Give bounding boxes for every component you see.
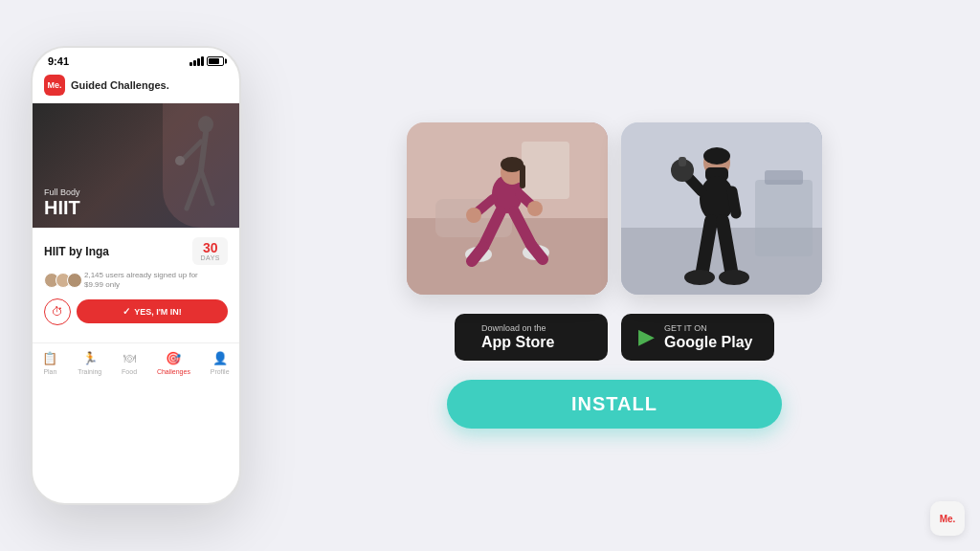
nav-training[interactable]: 🏃 Training <box>78 351 101 375</box>
phone-header: Me. Guided Challenges. <box>33 71 239 103</box>
card-title-row: HIIT by Inga 30 DAYS <box>44 237 228 265</box>
phone-nav: 📋 Plan 🏃 Training 🍽 Food 🎯 Challenges 👤 … <box>33 342 239 379</box>
fitness-photo-squat <box>407 122 608 295</box>
install-label: INSTALL <box>571 393 657 414</box>
right-section: Download on the App Store ▶ GET IT ON Go… <box>279 122 949 430</box>
days-number: 30 <box>203 241 218 254</box>
card-actions: ⏱ YES, I'M IN! <box>44 298 228 325</box>
days-badge: 30 DAYS <box>192 237 228 265</box>
phone-status-bar: 9:41 <box>33 48 239 71</box>
photo-inner-2 <box>621 122 822 295</box>
training-icon: 🏃 <box>82 351 98 366</box>
svg-rect-9 <box>522 142 569 199</box>
google-play-button[interactable]: ▶ GET IT ON Google Play <box>621 314 774 362</box>
svg-point-5 <box>175 156 185 165</box>
watermark-text: Me. <box>940 514 956 524</box>
phone-hero-image: Full Body HIIT <box>33 103 239 228</box>
phone-icons <box>189 56 224 66</box>
squat-figure <box>407 122 608 295</box>
svg-point-17 <box>527 201 543 216</box>
svg-line-37 <box>723 221 731 271</box>
svg-line-33 <box>732 191 736 213</box>
svg-line-2 <box>182 142 201 161</box>
svg-rect-27 <box>765 170 803 185</box>
store-buttons-row: Download on the App Store ▶ GET IT ON Go… <box>455 314 774 362</box>
svg-point-16 <box>466 208 481 223</box>
svg-line-3 <box>187 170 201 209</box>
svg-rect-13 <box>520 165 525 188</box>
hero-title: HIIT <box>44 197 80 218</box>
user-avatars <box>44 273 78 288</box>
watermark-logo: Me. <box>930 501 965 536</box>
me-logo: Me. <box>44 75 65 96</box>
app-store-small-text: Download on the <box>481 323 554 334</box>
app-store-button[interactable]: Download on the App Store <box>455 314 608 362</box>
fitness-photo-standing <box>621 122 822 295</box>
challenges-icon: 🎯 <box>166 351 181 366</box>
nav-plan-label: Plan <box>43 368 56 375</box>
photos-row <box>407 122 822 295</box>
google-play-text: GET IT ON Google Play <box>664 323 752 352</box>
svg-rect-26 <box>755 180 813 256</box>
card-title: HIIT by Inga <box>44 245 109 258</box>
app-tagline: Guided Challenges. <box>71 79 169 91</box>
yes-im-in-button[interactable]: YES, I'M IN! <box>77 299 228 323</box>
phone-mockup: 9:41 Me. Guided Challenges. <box>31 46 241 505</box>
google-play-icon: ▶ <box>638 326 655 347</box>
days-label: DAYS <box>200 254 220 261</box>
hero-subtitle: Full Body <box>44 187 80 197</box>
users-text: 2,145 users already signed up for $9.99 … <box>84 271 198 291</box>
standing-figure <box>621 122 822 295</box>
nav-profile-label: Profile <box>211 368 230 375</box>
user-avatar-3 <box>67 273 82 288</box>
phone-card: HIIT by Inga 30 DAYS 2,145 users already… <box>33 228 239 335</box>
nav-training-label: Training <box>78 368 101 375</box>
svg-point-38 <box>684 270 715 285</box>
timer-button[interactable]: ⏱ <box>44 298 71 325</box>
food-icon: 🍽 <box>122 351 137 366</box>
main-container: 9:41 Me. Guided Challenges. <box>31 27 949 524</box>
svg-point-39 <box>719 270 749 285</box>
app-store-main-text: App Store <box>481 333 554 351</box>
app-store-text: Download on the App Store <box>481 323 554 352</box>
svg-line-1 <box>201 133 206 170</box>
nav-plan[interactable]: 📋 Plan <box>42 351 57 375</box>
svg-point-29 <box>703 147 730 165</box>
photo-inner-1 <box>407 122 608 295</box>
nav-profile[interactable]: 👤 Profile <box>211 351 230 375</box>
google-play-small-text: GET IT ON <box>664 323 752 334</box>
nav-food[interactable]: 🍽 Food <box>122 351 137 375</box>
svg-line-36 <box>702 221 711 271</box>
battery-icon <box>207 56 224 66</box>
users-row: 2,145 users already signed up for $9.99 … <box>44 271 228 291</box>
nav-food-label: Food <box>122 368 137 375</box>
signal-icon <box>189 56 204 66</box>
install-button[interactable]: INSTALL <box>447 380 782 429</box>
profile-icon: 👤 <box>212 351 228 366</box>
plan-icon: 📋 <box>42 351 57 366</box>
phone-time: 9:41 <box>48 55 69 67</box>
nav-challenges[interactable]: 🎯 Challenges <box>157 351 190 375</box>
nav-challenges-label: Challenges <box>157 368 190 375</box>
google-play-main-text: Google Play <box>664 333 752 351</box>
hero-overlay: Full Body HIIT <box>44 187 80 218</box>
svg-rect-35 <box>679 157 686 166</box>
svg-line-4 <box>201 170 212 204</box>
hero-silhouette <box>163 113 230 228</box>
